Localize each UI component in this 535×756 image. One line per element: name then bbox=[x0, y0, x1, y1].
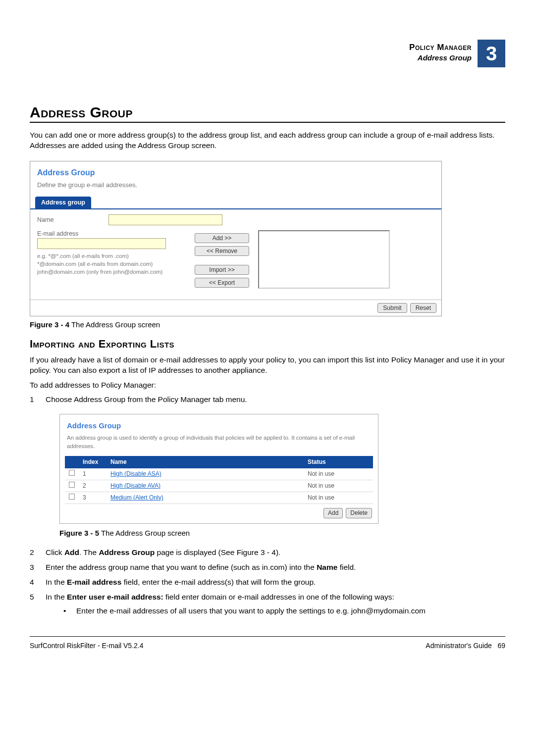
submit-button[interactable]: Submit bbox=[377, 303, 407, 313]
export-button[interactable]: << Export bbox=[195, 278, 249, 288]
row-checkbox[interactable] bbox=[69, 482, 75, 488]
footer-right: Administrator's Guide 69 bbox=[426, 642, 505, 650]
remove-button[interactable]: << Remove bbox=[195, 246, 249, 256]
list-delete-button[interactable]: Delete bbox=[346, 508, 372, 518]
page-title: Address Group bbox=[30, 104, 505, 121]
name-label: Name bbox=[37, 216, 102, 223]
col-status: Status bbox=[304, 456, 373, 468]
to-add-paragraph: To add addresses to Policy Manager: bbox=[30, 380, 505, 390]
page-number: 69 bbox=[497, 642, 505, 650]
footer-rule bbox=[30, 636, 505, 637]
col-name: Name bbox=[107, 456, 304, 468]
figure-3-5-screenshot: Address Group An address group is used t… bbox=[59, 414, 378, 524]
title-rule bbox=[30, 122, 505, 123]
group-link[interactable]: Medium (Alert Only) bbox=[110, 494, 163, 501]
step-2: 2 Click Add. The Address Group page is d… bbox=[30, 547, 505, 558]
hint-line-3: john@domain.com (only from john@domain.c… bbox=[37, 268, 186, 276]
reset-button[interactable]: Reset bbox=[410, 303, 436, 313]
runhead-section-title: Address Group bbox=[409, 53, 472, 62]
table-row: 2 High (Disable AVA) Not in use bbox=[65, 480, 373, 492]
chapter-number-badge: 3 bbox=[478, 40, 505, 67]
hint-line-1: e.g. *@*.com (all e-mails from .com) bbox=[37, 252, 186, 260]
figure-3-4-caption: Figure 3 - 4 The Address Group screen bbox=[30, 320, 505, 329]
add-button[interactable]: Add >> bbox=[195, 233, 249, 243]
footer-product: SurfControl RiskFilter - E-mail V5.2.4 bbox=[30, 642, 144, 650]
email-address-input[interactable] bbox=[37, 238, 166, 249]
import-button[interactable]: Import >> bbox=[195, 265, 249, 275]
address-listbox[interactable] bbox=[258, 230, 390, 289]
intro-paragraph: You can add one or more address group(s)… bbox=[30, 130, 505, 151]
table-row: 1 High (Disable ASA) Not in use bbox=[65, 468, 373, 480]
row-checkbox[interactable] bbox=[69, 470, 75, 476]
panel2-title: Address Group bbox=[60, 414, 378, 434]
name-input[interactable] bbox=[108, 214, 222, 225]
group-link[interactable]: High (Disable ASA) bbox=[110, 470, 161, 477]
panel2-description: An address group is used to identify a g… bbox=[60, 434, 378, 456]
hint-line-2: *@domain.com (all e-mails from domain.co… bbox=[37, 260, 186, 268]
step-5-bullet: Enter the e-mail addresses of all users … bbox=[63, 605, 505, 616]
step-5: 5 In the Enter user e-mail address: fiel… bbox=[30, 592, 505, 616]
figure-3-4-screenshot: Address Group Define the group e-mail ad… bbox=[30, 161, 442, 316]
step-4: 4 In the E-mail address field, enter the… bbox=[30, 577, 505, 588]
col-index: Index bbox=[79, 456, 107, 468]
email-address-label: E-mail address bbox=[37, 230, 186, 237]
running-header: Policy Manager Address Group 3 bbox=[406, 40, 505, 67]
runhead-chapter-title: Policy Manager bbox=[409, 43, 472, 52]
row-checkbox[interactable] bbox=[69, 494, 75, 500]
panel-title: Address Group bbox=[30, 161, 441, 181]
list-add-button[interactable]: Add bbox=[323, 508, 343, 518]
group-link[interactable]: High (Disable AVA) bbox=[110, 482, 160, 489]
section-heading-import-export: Importing and Exporting Lists bbox=[30, 338, 505, 351]
address-group-tab[interactable]: Address group bbox=[35, 197, 91, 208]
figure-3-5-caption: Figure 3 - 5 The Address Group screen bbox=[59, 528, 505, 538]
import-export-paragraph: If you already have a list of domain or … bbox=[30, 354, 505, 376]
step-3: 3 Enter the address group name that you … bbox=[30, 562, 505, 573]
step-1: 1Choose Address Group from the Policy Ma… bbox=[30, 394, 505, 538]
panel-description: Define the group e-mail addresses. bbox=[30, 181, 441, 197]
table-row: 3 Medium (Alert Only) Not in use bbox=[65, 492, 373, 504]
